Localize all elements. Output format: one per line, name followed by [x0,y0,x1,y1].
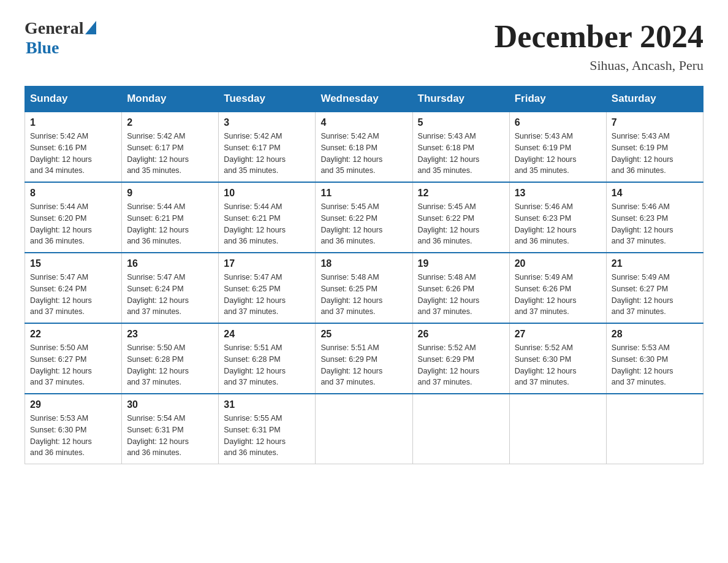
day-number: 24 [224,329,310,340]
day-info: Sunrise: 5:47 AMSunset: 6:24 PMDaylight:… [30,273,92,316]
day-info: Sunrise: 5:53 AMSunset: 6:30 PMDaylight:… [30,414,92,457]
day-number: 27 [515,329,601,340]
calendar-header-monday: Monday [122,86,219,112]
day-info: Sunrise: 5:48 AMSunset: 6:26 PMDaylight:… [418,273,480,316]
calendar-cell: 10 Sunrise: 5:44 AMSunset: 6:21 PMDaylig… [219,182,316,253]
calendar-cell [412,394,509,464]
calendar-cell: 3 Sunrise: 5:42 AMSunset: 6:17 PMDayligh… [219,112,316,182]
day-info: Sunrise: 5:47 AMSunset: 6:24 PMDaylight:… [127,273,189,316]
day-info: Sunrise: 5:42 AMSunset: 6:17 PMDaylight:… [224,132,286,175]
calendar-cell: 27 Sunrise: 5:52 AMSunset: 6:30 PMDaylig… [509,323,606,394]
day-number: 19 [418,258,504,269]
calendar-cell: 7 Sunrise: 5:43 AMSunset: 6:19 PMDayligh… [606,112,703,182]
day-info: Sunrise: 5:44 AMSunset: 6:21 PMDaylight:… [224,202,286,245]
day-info: Sunrise: 5:49 AMSunset: 6:27 PMDaylight:… [612,273,673,316]
calendar-header-thursday: Thursday [412,86,509,112]
calendar-week-row: 15 Sunrise: 5:47 AMSunset: 6:24 PMDaylig… [25,253,703,323]
calendar-cell: 24 Sunrise: 5:51 AMSunset: 6:28 PMDaylig… [219,323,316,394]
day-info: Sunrise: 5:48 AMSunset: 6:25 PMDaylight:… [320,273,382,316]
day-info: Sunrise: 5:46 AMSunset: 6:23 PMDaylight:… [612,202,673,245]
day-info: Sunrise: 5:53 AMSunset: 6:30 PMDaylight:… [612,343,673,386]
calendar-cell: 9 Sunrise: 5:44 AMSunset: 6:21 PMDayligh… [122,182,219,253]
calendar-cell: 17 Sunrise: 5:47 AMSunset: 6:25 PMDaylig… [219,253,316,323]
day-info: Sunrise: 5:45 AMSunset: 6:22 PMDaylight:… [320,202,382,245]
day-info: Sunrise: 5:42 AMSunset: 6:18 PMDaylight:… [320,132,382,175]
calendar-cell: 14 Sunrise: 5:46 AMSunset: 6:23 PMDaylig… [606,182,703,253]
day-info: Sunrise: 5:52 AMSunset: 6:29 PMDaylight:… [418,343,480,386]
day-number: 25 [320,329,407,340]
calendar-cell: 18 Sunrise: 5:48 AMSunset: 6:25 PMDaylig… [316,253,412,323]
day-number: 14 [612,188,698,199]
calendar-table: SundayMondayTuesdayWednesdayThursdayFrid… [25,86,703,464]
day-number: 6 [515,117,601,128]
calendar-cell: 28 Sunrise: 5:53 AMSunset: 6:30 PMDaylig… [606,323,703,394]
calendar-header-row: SundayMondayTuesdayWednesdayThursdayFrid… [25,86,703,112]
calendar-cell: 22 Sunrise: 5:50 AMSunset: 6:27 PMDaylig… [25,323,122,394]
logo: General Blue [25,18,96,58]
calendar-cell: 25 Sunrise: 5:51 AMSunset: 6:29 PMDaylig… [316,323,412,394]
day-number: 23 [127,329,213,340]
day-info: Sunrise: 5:51 AMSunset: 6:29 PMDaylight:… [320,343,382,386]
page-title: December 2024 [495,18,703,55]
calendar-cell: 11 Sunrise: 5:45 AMSunset: 6:22 PMDaylig… [316,182,412,253]
day-number: 9 [127,188,213,199]
day-number: 26 [418,329,504,340]
day-number: 10 [224,188,310,199]
day-info: Sunrise: 5:44 AMSunset: 6:21 PMDaylight:… [127,202,189,245]
day-number: 21 [612,258,698,269]
calendar-cell: 5 Sunrise: 5:43 AMSunset: 6:18 PMDayligh… [412,112,509,182]
calendar-header-wednesday: Wednesday [316,86,412,112]
day-info: Sunrise: 5:49 AMSunset: 6:26 PMDaylight:… [515,273,577,316]
calendar-week-row: 8 Sunrise: 5:44 AMSunset: 6:20 PMDayligh… [25,182,703,253]
title-block: December 2024 Sihuas, Ancash, Peru [495,18,703,74]
day-info: Sunrise: 5:42 AMSunset: 6:17 PMDaylight:… [127,132,189,175]
day-info: Sunrise: 5:43 AMSunset: 6:19 PMDaylight:… [612,132,673,175]
calendar-header-tuesday: Tuesday [219,86,316,112]
calendar-week-row: 22 Sunrise: 5:50 AMSunset: 6:27 PMDaylig… [25,323,703,394]
calendar-header-sunday: Sunday [25,86,122,112]
day-number: 13 [515,188,601,199]
calendar-cell: 1 Sunrise: 5:42 AMSunset: 6:16 PMDayligh… [25,112,122,182]
calendar-cell: 2 Sunrise: 5:42 AMSunset: 6:17 PMDayligh… [122,112,219,182]
calendar-cell: 21 Sunrise: 5:49 AMSunset: 6:27 PMDaylig… [606,253,703,323]
day-info: Sunrise: 5:47 AMSunset: 6:25 PMDaylight:… [224,273,286,316]
calendar-cell: 26 Sunrise: 5:52 AMSunset: 6:29 PMDaylig… [412,323,509,394]
day-info: Sunrise: 5:42 AMSunset: 6:16 PMDaylight:… [30,132,92,175]
day-number: 16 [127,258,213,269]
calendar-cell: 8 Sunrise: 5:44 AMSunset: 6:20 PMDayligh… [25,182,122,253]
calendar-cell: 20 Sunrise: 5:49 AMSunset: 6:26 PMDaylig… [509,253,606,323]
calendar-cell [606,394,703,464]
calendar-cell: 29 Sunrise: 5:53 AMSunset: 6:30 PMDaylig… [25,394,122,464]
calendar-cell: 30 Sunrise: 5:54 AMSunset: 6:31 PMDaylig… [122,394,219,464]
day-number: 11 [320,188,407,199]
day-number: 30 [127,399,213,410]
day-number: 18 [320,258,407,269]
day-number: 22 [30,329,116,340]
page-subtitle: Sihuas, Ancash, Peru [495,58,703,74]
day-number: 3 [224,117,310,128]
calendar-cell: 12 Sunrise: 5:45 AMSunset: 6:22 PMDaylig… [412,182,509,253]
day-number: 4 [320,117,407,128]
calendar-header-friday: Friday [509,86,606,112]
day-number: 5 [418,117,504,128]
day-number: 2 [127,117,213,128]
calendar-cell: 31 Sunrise: 5:55 AMSunset: 6:31 PMDaylig… [219,394,316,464]
logo-blue-text: Blue [26,38,59,58]
day-number: 12 [418,188,504,199]
day-info: Sunrise: 5:43 AMSunset: 6:19 PMDaylight:… [515,132,577,175]
calendar-cell [509,394,606,464]
day-number: 1 [30,117,116,128]
day-info: Sunrise: 5:46 AMSunset: 6:23 PMDaylight:… [515,202,577,245]
logo-general-text: General [25,18,83,38]
day-number: 31 [224,399,310,410]
calendar-cell: 15 Sunrise: 5:47 AMSunset: 6:24 PMDaylig… [25,253,122,323]
calendar-cell: 19 Sunrise: 5:48 AMSunset: 6:26 PMDaylig… [412,253,509,323]
day-number: 20 [515,258,601,269]
day-info: Sunrise: 5:55 AMSunset: 6:31 PMDaylight:… [224,414,286,457]
day-info: Sunrise: 5:43 AMSunset: 6:18 PMDaylight:… [418,132,480,175]
day-info: Sunrise: 5:50 AMSunset: 6:28 PMDaylight:… [127,343,189,386]
day-info: Sunrise: 5:51 AMSunset: 6:28 PMDaylight:… [224,343,286,386]
calendar-cell: 16 Sunrise: 5:47 AMSunset: 6:24 PMDaylig… [122,253,219,323]
calendar-week-row: 1 Sunrise: 5:42 AMSunset: 6:16 PMDayligh… [25,112,703,182]
calendar-cell: 6 Sunrise: 5:43 AMSunset: 6:19 PMDayligh… [509,112,606,182]
